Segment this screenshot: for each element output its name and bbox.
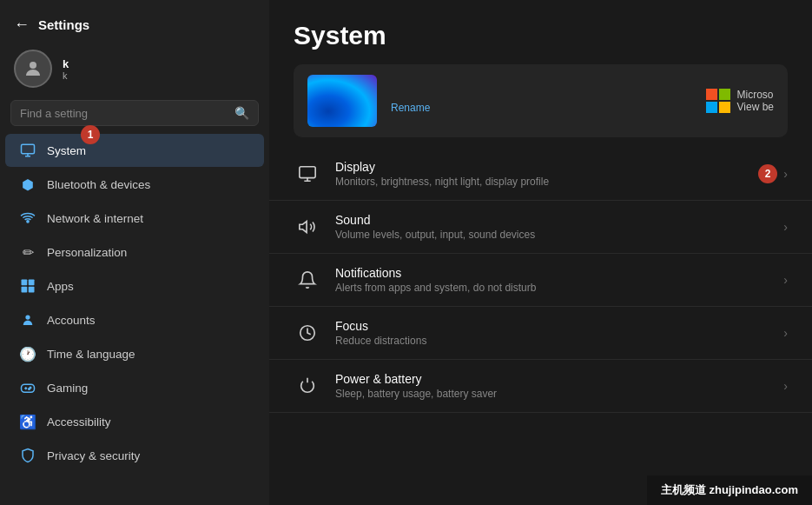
pc-thumbnail-inner	[307, 75, 377, 127]
setting-focus[interactable]: Focus Reduce distractions ›	[269, 307, 812, 360]
chevron-icon: ›	[783, 379, 788, 393]
avatar	[14, 50, 52, 88]
power-icon	[294, 372, 321, 400]
sidebar-item-personalization-label: Personalization	[47, 246, 127, 259]
notifications-title: Notifications	[335, 266, 769, 280]
settings-list: Display Monitors, brightness, night ligh…	[269, 148, 812, 505]
chevron-icon: ›	[783, 326, 788, 340]
search-input[interactable]	[20, 107, 228, 120]
bluetooth-icon: ⬢	[19, 176, 36, 193]
focus-icon	[294, 319, 321, 347]
back-button[interactable]: ←	[14, 16, 30, 34]
sidebar-item-gaming-label: Gaming	[47, 382, 88, 395]
rename-button[interactable]: Rename	[391, 102, 692, 114]
chevron-icon: ›	[783, 220, 788, 234]
setting-focus-text: Focus Reduce distractions	[335, 319, 769, 347]
pc-name	[391, 88, 692, 102]
display-icon	[294, 160, 321, 188]
sidebar-item-accounts-label: Accounts	[47, 314, 96, 327]
ms-name: Microso	[737, 89, 774, 101]
search-icon: 🔍	[234, 106, 249, 120]
personalization-icon: ✏	[19, 243, 36, 261]
setting-notifications-text: Notifications Alerts from apps and syste…	[335, 266, 769, 294]
sidebar-item-apps-label: Apps	[47, 280, 74, 293]
bottom-bar-text: 主机频道 zhujipindao.com	[661, 483, 798, 496]
annotation-badge-1: 1	[81, 125, 100, 144]
sidebar-item-accessibility[interactable]: ♿ Accessibility	[5, 405, 264, 438]
svg-point-0	[30, 62, 36, 69]
sidebar-title: Settings	[38, 17, 89, 32]
annotation-badge-2: 2	[758, 164, 777, 183]
setting-notifications[interactable]: Notifications Alerts from apps and syste…	[269, 254, 812, 307]
network-icon	[19, 209, 36, 227]
sound-desc: Volume levels, output, input, sound devi…	[335, 229, 769, 241]
sidebar-item-network-label: Network & internet	[47, 212, 143, 225]
chevron-icon: ›	[783, 273, 788, 287]
svg-rect-5	[22, 287, 28, 293]
time-icon: 🕐	[19, 345, 36, 362]
sidebar-item-network[interactable]: Network & internet	[5, 202, 264, 235]
sidebar-item-bluetooth-label: Bluetooth & devices	[47, 178, 150, 191]
sound-icon	[294, 213, 321, 241]
bottom-bar: 主机频道 zhujipindao.com	[647, 475, 812, 505]
setting-display-text: Display Monitors, brightness, night ligh…	[335, 160, 769, 188]
sidebar: ← Settings k k 🔍 1 System	[0, 0, 269, 505]
sidebar-item-system-label: System	[47, 144, 86, 157]
focus-title: Focus	[335, 319, 769, 333]
gaming-icon	[19, 379, 36, 396]
display-title: Display	[335, 160, 769, 174]
svg-rect-6	[29, 287, 35, 293]
sound-title: Sound	[335, 213, 769, 227]
sidebar-item-privacy-label: Privacy & security	[47, 449, 140, 462]
sidebar-item-privacy[interactable]: Privacy & security	[5, 439, 264, 472]
apps-icon	[19, 277, 36, 295]
main-content: System Rename Microso View be	[269, 0, 812, 505]
sidebar-item-system[interactable]: System	[5, 134, 264, 167]
svg-rect-3	[22, 280, 28, 286]
setting-power-text: Power & battery Sleep, battery usage, ba…	[335, 372, 769, 400]
svg-rect-1	[22, 144, 35, 154]
shield-icon	[19, 447, 36, 464]
power-desc: Sleep, battery usage, battery saver	[335, 388, 769, 400]
monitor-icon	[19, 142, 36, 159]
pc-thumbnail	[307, 75, 377, 127]
pc-info: Rename	[391, 88, 692, 114]
nav-list: System ⬢ Bluetooth & devices Network & i…	[0, 133, 269, 505]
user-info: k k	[63, 57, 69, 81]
sidebar-item-personalization[interactable]: ✏ Personalization	[5, 236, 264, 269]
user-sub: k	[63, 70, 69, 81]
svg-point-2	[27, 221, 29, 223]
user-name: k	[63, 57, 69, 70]
accessibility-icon: ♿	[19, 413, 36, 430]
svg-rect-8	[22, 384, 35, 392]
focus-desc: Reduce distractions	[335, 335, 769, 347]
page-title: System	[269, 0, 812, 64]
sidebar-item-apps[interactable]: Apps	[5, 269, 264, 302]
sidebar-item-time-label: Time & language	[47, 348, 135, 361]
notifications-icon	[294, 266, 321, 294]
sidebar-item-time[interactable]: 🕐 Time & language	[5, 337, 264, 370]
svg-marker-12	[300, 222, 307, 233]
notifications-desc: Alerts from apps and system, do not dist…	[335, 282, 769, 294]
setting-sound-text: Sound Volume levels, output, input, soun…	[335, 213, 769, 241]
microsoft-area: Microso View be	[706, 89, 774, 113]
microsoft-logo	[706, 89, 730, 113]
sidebar-item-accounts[interactable]: Accounts	[5, 303, 264, 336]
accounts-icon	[19, 311, 36, 329]
svg-rect-4	[29, 280, 35, 286]
setting-display[interactable]: Display Monitors, brightness, night ligh…	[269, 148, 812, 201]
sidebar-item-gaming[interactable]: Gaming	[5, 371, 264, 404]
setting-power[interactable]: Power & battery Sleep, battery usage, ba…	[269, 360, 812, 413]
chevron-icon: ›	[783, 167, 788, 181]
setting-sound[interactable]: Sound Volume levels, output, input, soun…	[269, 201, 812, 254]
sidebar-item-bluetooth[interactable]: ⬢ Bluetooth & devices	[5, 168, 264, 201]
sidebar-item-accessibility-label: Accessibility	[47, 415, 111, 429]
pc-card: Rename Microso View be	[294, 64, 788, 137]
svg-point-7	[25, 315, 30, 319]
search-box: 🔍 1	[10, 100, 259, 126]
display-desc: Monitors, brightness, night light, displ…	[335, 176, 769, 188]
sidebar-header: ← Settings	[0, 0, 269, 43]
ms-sub: View be	[737, 101, 774, 113]
user-area: k k	[0, 43, 269, 100]
svg-rect-11	[300, 167, 315, 178]
